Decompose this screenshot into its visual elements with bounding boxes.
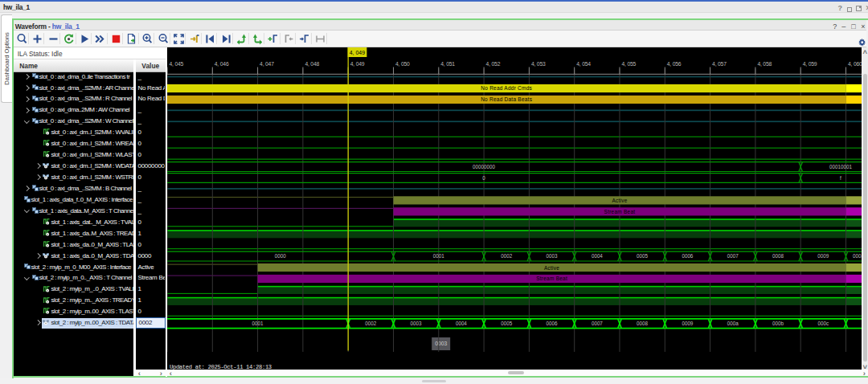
svg-text:Updated at: 2025-Oct-11 14:28:: Updated at: 2025-Oct-11 14:28:13: [170, 363, 272, 369]
svg-text:0009: 0009: [682, 321, 694, 326]
svg-text:4, 052: 4, 052: [486, 61, 501, 67]
svg-text:0004: 0004: [456, 321, 467, 326]
svg-text:0006: 0006: [682, 253, 694, 259]
svg-text:4, 049: 4, 049: [350, 61, 365, 67]
svg-text:0000: 0000: [275, 253, 286, 259]
svg-text:000b: 000b: [772, 321, 784, 326]
svg-text:0003: 0003: [547, 253, 558, 259]
svg-text:0006: 0006: [547, 321, 558, 326]
svg-text:4, 054: 4, 054: [576, 61, 591, 67]
svg-text:4, 059: 4, 059: [803, 61, 817, 67]
svg-text:Stream Beat: Stream Beat: [536, 276, 567, 281]
svg-text:4, 058: 4, 058: [758, 61, 772, 67]
svg-text:0003: 0003: [435, 341, 447, 346]
svg-text:0007: 0007: [727, 253, 739, 259]
svg-text:0: 0: [483, 174, 486, 180]
svg-text:f: f: [840, 175, 841, 181]
svg-text:4, 050: 4, 050: [395, 61, 410, 67]
svg-text:No Read Data Beats: No Read Data Beats: [481, 96, 532, 102]
svg-text:0002: 0002: [366, 321, 377, 326]
svg-text:00000000: 00000000: [473, 163, 495, 169]
svg-text:4, 048: 4, 048: [305, 61, 320, 67]
svg-text:0002: 0002: [501, 253, 512, 259]
svg-text:4, 053: 4, 053: [531, 61, 546, 67]
svg-text:No Read Addr Cmds: No Read Addr Cmds: [481, 85, 533, 91]
svg-text:Stream Beat: Stream Beat: [604, 208, 636, 214]
svg-text:0001: 0001: [252, 321, 264, 326]
svg-text:0003: 0003: [411, 321, 422, 326]
svg-text:00010001: 00010001: [829, 164, 852, 170]
svg-text:4, 056: 4, 056: [667, 61, 682, 67]
svg-text:4, 045: 4, 045: [170, 61, 184, 67]
svg-text:4, 057: 4, 057: [712, 61, 727, 67]
svg-text:4, 051: 4, 051: [441, 61, 456, 67]
svg-text:4, 055: 4, 055: [622, 61, 637, 67]
svg-text:000c: 000c: [818, 321, 829, 326]
svg-text:4, 060: 4, 060: [848, 61, 862, 67]
svg-text:4, 046: 4, 046: [215, 61, 229, 67]
svg-text:0005: 0005: [637, 253, 648, 259]
svg-text:4, 049: 4, 049: [350, 50, 366, 55]
svg-text:0008: 0008: [772, 253, 784, 259]
svg-text:Active: Active: [612, 197, 628, 202]
svg-text:0008: 0008: [637, 321, 648, 326]
svg-text:0005: 0005: [501, 321, 512, 326]
svg-text:4, 047: 4, 047: [260, 61, 274, 67]
svg-text:0009: 0009: [818, 253, 829, 259]
svg-text:0004: 0004: [592, 253, 603, 259]
svg-text:000a: 000a: [727, 321, 739, 326]
svg-text:0001: 0001: [433, 253, 444, 259]
svg-text:0007: 0007: [592, 321, 603, 326]
svg-text:000a: 000a: [853, 253, 862, 259]
svg-text:Active: Active: [544, 264, 559, 270]
